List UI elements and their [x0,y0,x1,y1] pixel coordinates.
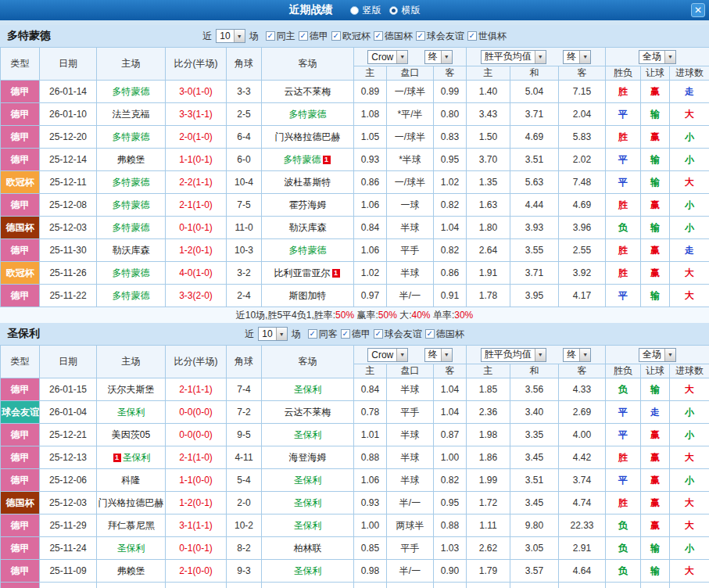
home-team-cell[interactable]: 弗赖堡 [97,149,166,171]
filter-checkbox[interactable]: ✓球会友谊 [374,328,422,341]
home-team-cell[interactable]: 多特蒙德 [97,171,166,194]
away-team-cell[interactable]: 圣保利 [262,514,354,537]
filter-checkbox[interactable]: ✓世俱杯 [467,30,507,43]
home-team-cell[interactable]: 弗赖堡 [97,560,166,583]
checkbox-checked-icon[interactable]: ✓ [341,329,350,339]
filter-checkbox[interactable]: ✓同客 [308,328,338,341]
checkbox-checked-icon[interactable]: ✓ [467,31,477,41]
home-team-cell[interactable]: 圣保利 [97,401,166,424]
filter-checkbox[interactable]: ✓同主 [266,30,295,43]
filter-checkbox[interactable]: ✓德甲 [299,30,328,43]
away-team-cell[interactable]: 多特蒙德1 [262,149,354,171]
checkbox-checked-icon[interactable]: ✓ [266,31,275,41]
home-team-cell[interactable]: 多特蒙德 [97,81,166,103]
home-team-cell[interactable]: 科隆 [97,469,166,492]
team-name-link[interactable]: 多特蒙德 [289,245,327,256]
away-team-cell[interactable]: 圣保利 [262,560,354,583]
home-team-cell[interactable]: 多特蒙德 [97,262,166,285]
away-team-cell[interactable]: 圣保利 [262,492,354,514]
team-name-link[interactable]: 圣保利 [294,429,322,440]
home-team-cell[interactable]: 多特蒙德 [97,194,166,217]
home-team-cell[interactable]: 圣保利 [97,583,166,588]
checkbox-checked-icon[interactable]: ✓ [425,329,435,339]
away-team-cell[interactable]: 海登海姆 [262,446,354,469]
team-name-link[interactable]: 沃尔夫斯堡 [108,384,155,395]
radio-vertical-label[interactable]: 竖版 [363,4,381,17]
filter-checkbox[interactable]: ✓欧冠杯 [331,30,371,43]
away-team-cell[interactable]: 比利亚雷亚尔1 [262,262,354,285]
radio-horizontal-label[interactable]: 横版 [402,4,421,17]
recent-count-select[interactable]: 10 ▼ [258,327,287,341]
team-name-link[interactable]: 法兰克福 [113,109,150,120]
team-name-link[interactable]: 多特蒙德 [289,109,327,120]
home-team-cell[interactable]: 门兴格拉德巴赫 [97,492,166,514]
home-team-cell[interactable]: 沃尔夫斯堡 [97,378,166,401]
team-name-link[interactable]: 圣保利 [294,497,322,508]
team-name-link[interactable]: 海登海姆 [289,452,327,463]
team-name-link[interactable]: 圣保利 [294,384,322,395]
away-team-cell[interactable]: 霍芬海姆 [262,194,354,217]
odds-stage-select[interactable]: 终▼ [424,50,453,64]
team-name-link[interactable]: 门兴格拉德巴赫 [98,497,164,508]
team-name-link[interactable]: 柏林联 [294,543,322,554]
away-team-cell[interactable]: 云达不莱梅 [262,401,354,424]
team-name-link[interactable]: 斯图加特 [289,290,327,301]
team-name-link[interactable]: 勒沃库森 [289,222,327,233]
filter-checkbox[interactable]: ✓球会友谊 [416,30,464,43]
fullmatch-select[interactable]: 全场▼ [639,348,676,362]
recent-count-select[interactable]: 10 ▼ [216,29,245,43]
away-team-cell[interactable]: 多特蒙德 [262,239,354,262]
checkbox-checked-icon[interactable]: ✓ [299,31,308,41]
team-name-link[interactable]: 云达不莱梅 [285,407,331,418]
bookmaker-select[interactable]: Crow▼ [367,348,408,362]
away-team-cell[interactable]: 柏林联 [262,537,354,560]
team-name-link[interactable]: 弗赖堡 [117,565,145,576]
team-name-link[interactable]: 多特蒙德 [113,267,150,278]
filter-checkbox[interactable]: ✓德甲 [341,328,371,341]
away-team-cell[interactable]: 门兴格拉德巴赫 [262,126,354,149]
team-name-link[interactable]: 圣保利 [117,543,145,554]
home-team-cell[interactable]: 多特蒙德 [97,217,166,239]
filter-checkbox[interactable]: ✓德国杯 [425,328,464,341]
mean-type-select[interactable]: 胜平负均值▼ [481,348,546,362]
team-name-link[interactable]: 多特蒙德 [113,199,150,210]
team-name-link[interactable]: 美因茨05 [112,429,150,440]
away-team-cell[interactable]: 斯图加特 [262,285,354,307]
mean-type-select[interactable]: 胜平负均值▼ [481,50,546,64]
team-name-link[interactable]: 圣保利 [294,475,322,486]
home-team-cell[interactable]: 法兰克福 [97,103,166,126]
team-name-link[interactable]: 多特蒙德 [113,177,150,188]
fullmatch-select[interactable]: 全场▼ [639,50,676,64]
team-name-link[interactable]: 圣保利 [294,520,322,531]
team-name-link[interactable]: 勒沃库森 [113,245,150,256]
home-team-cell[interactable]: 拜仁慕尼黑 [97,514,166,537]
team-name-link[interactable]: 多特蒙德 [113,86,150,97]
checkbox-checked-icon[interactable]: ✓ [374,329,383,339]
home-team-cell[interactable]: 多特蒙德 [97,285,166,307]
team-name-link[interactable]: 多特蒙德 [113,131,150,142]
checkbox-checked-icon[interactable]: ✓ [374,31,383,41]
away-team-cell[interactable]: 勒沃库森 [262,217,354,239]
away-team-cell[interactable]: 多特蒙德 [262,103,354,126]
away-team-cell[interactable]: 圣保利 [262,469,354,492]
team-name-link[interactable]: 弗赖堡 [117,154,145,165]
away-team-cell[interactable]: 门兴格拉德巴赫 [262,583,354,588]
close-icon[interactable]: ✕ [691,3,705,17]
mean-stage-select[interactable]: 终▼ [563,50,591,64]
away-team-cell[interactable]: 圣保利 [262,378,354,401]
filter-checkbox[interactable]: ✓德国杯 [374,30,413,43]
team-name-link[interactable]: 多特蒙德 [113,290,150,301]
team-name-link[interactable]: 科隆 [122,475,141,486]
radio-horizontal-icon[interactable] [389,6,398,15]
home-team-cell[interactable]: 多特蒙德 [97,126,166,149]
team-name-link[interactable]: 比利亚雷亚尔 [274,267,331,278]
home-team-cell[interactable]: 圣保利 [97,537,166,560]
mean-stage-select[interactable]: 终▼ [563,348,591,362]
away-team-cell[interactable]: 云达不莱梅 [262,81,354,103]
radio-vertical-icon[interactable] [350,6,359,15]
bookmaker-select[interactable]: Crow▼ [367,50,408,64]
team-name-link[interactable]: 多特蒙德 [284,154,321,165]
home-team-cell[interactable]: 1圣保利 [97,446,166,469]
team-name-link[interactable]: 圣保利 [294,565,322,576]
away-team-cell[interactable]: 波杜基斯特 [262,171,354,194]
